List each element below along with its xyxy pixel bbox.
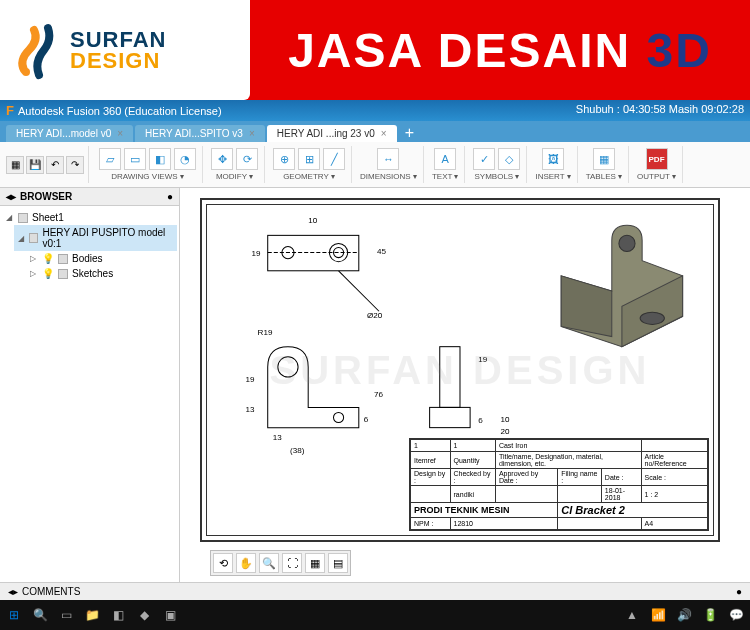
svg-point-11 xyxy=(278,357,298,377)
browser-header[interactable]: ◂▸BROWSER● xyxy=(0,188,179,206)
app-icon[interactable]: ▣ xyxy=(160,605,180,625)
svg-text:10: 10 xyxy=(500,415,509,424)
battery-icon[interactable]: 🔋 xyxy=(700,605,720,625)
comments-panel[interactable]: ◂▸COMMENTS● xyxy=(0,582,750,600)
svg-text:R19: R19 xyxy=(258,328,273,337)
rotate-icon[interactable]: ⟳ xyxy=(236,148,258,170)
taskview-icon[interactable]: ▭ xyxy=(56,605,76,625)
notification-icon[interactable]: 💬 xyxy=(726,605,746,625)
tab-drawing-23[interactable]: HERY ADI ...ing 23 v0× xyxy=(267,125,397,142)
promo-banner: SURFAN DESIGN JASA DESAIN 3D xyxy=(0,0,750,100)
save-button[interactable]: 💾 xyxy=(26,156,44,174)
volume-icon[interactable]: 🔊 xyxy=(674,605,694,625)
pdf-icon[interactable]: PDF xyxy=(646,148,668,170)
fit-icon[interactable]: ⛶ xyxy=(282,553,302,573)
ribbon-group-output: PDF OUTPUT ▾ xyxy=(631,146,683,183)
ribbon-group-modify: ✥ ⟳ MODIFY ▾ xyxy=(205,146,265,183)
tree-sketches[interactable]: ▷💡 Sketches xyxy=(26,266,177,281)
ribbon-group-symbols: ✓ ◇ SYMBOLS ▾ xyxy=(467,146,527,183)
app-icon[interactable]: ◧ xyxy=(108,605,128,625)
datum-icon[interactable]: ◇ xyxy=(498,148,520,170)
svg-text:76: 76 xyxy=(374,390,383,399)
explorer-icon[interactable]: 📁 xyxy=(82,605,102,625)
browser-panel: ◂▸BROWSER● ◢ Sheet1 ◢ HERY ADI PUSPITO m… xyxy=(0,188,180,582)
svg-point-27 xyxy=(619,235,635,251)
ribbon: ▦ 💾 ↶ ↷ ▱ ▭ ◧ ◔ DRAWING VIEWS ▾ ✥ ⟳ MO xyxy=(0,142,750,188)
svg-point-26 xyxy=(640,312,664,324)
display-icon[interactable]: ▦ xyxy=(305,553,325,573)
navigation-toolbar: ⟲ ✋ 🔍 ⛶ ▦ ▤ xyxy=(210,550,351,576)
ribbon-group-views: ▱ ▭ ◧ ◔ DRAWING VIEWS ▾ xyxy=(93,146,203,183)
ribbon-group-tables: ▦ TABLES ▾ xyxy=(580,146,629,183)
close-icon[interactable]: × xyxy=(381,128,387,139)
svg-text:10: 10 xyxy=(308,216,317,225)
table-icon[interactable]: ▦ xyxy=(593,148,615,170)
svg-text:Ø20: Ø20 xyxy=(367,311,383,320)
tree-sheet[interactable]: ◢ Sheet1 xyxy=(2,210,177,225)
ribbon-group-geometry: ⊕ ⊞ ╱ GEOMETRY ▾ xyxy=(267,146,352,183)
document-tabs: HERY ADI...model v0× HERY ADI...SPITO v3… xyxy=(0,121,750,142)
tree-model[interactable]: ◢ HERY ADI PUSPITO model v0:1 xyxy=(14,225,177,251)
app-icon[interactable]: ◆ xyxy=(134,605,154,625)
grid-icon[interactable]: ▤ xyxy=(328,553,348,573)
file-menu-button[interactable]: ▦ xyxy=(6,156,24,174)
logo-text-line2: DESIGN xyxy=(70,48,166,74)
svg-text:13: 13 xyxy=(273,433,282,442)
titlebar-status: Shubuh : 04:30:58 Masih 09:02:28 xyxy=(576,103,744,118)
tab-spito-v3[interactable]: HERY ADI...SPITO v3× xyxy=(135,125,265,142)
ribbon-group-dimensions: ↔ DIMENSIONS ▾ xyxy=(354,146,424,183)
drawing-canvas[interactable]: 10 19 45 Ø20 R19 19 13 (38) xyxy=(180,188,750,582)
fusion360-window: F Autodesk Fusion 360 (Education License… xyxy=(0,100,750,600)
start-button[interactable]: ⊞ xyxy=(4,605,24,625)
svg-rect-20 xyxy=(440,347,460,408)
detail-view-icon[interactable]: ◔ xyxy=(174,148,196,170)
text-icon[interactable]: A xyxy=(434,148,456,170)
zoom-icon[interactable]: 🔍 xyxy=(259,553,279,573)
centermark-icon[interactable]: ⊞ xyxy=(298,148,320,170)
svg-text:19: 19 xyxy=(252,249,261,258)
tree-bodies[interactable]: ▷💡 Bodies xyxy=(26,251,177,266)
surface-icon[interactable]: ✓ xyxy=(473,148,495,170)
undo-button[interactable]: ↶ xyxy=(46,156,64,174)
redo-button[interactable]: ↷ xyxy=(66,156,84,174)
tab-model-v0[interactable]: HERY ADI...model v0× xyxy=(6,125,133,142)
svg-point-0 xyxy=(22,68,30,76)
section-view-icon[interactable]: ◧ xyxy=(149,148,171,170)
search-icon[interactable]: 🔍 xyxy=(30,605,50,625)
dimension-icon[interactable]: ↔ xyxy=(377,148,399,170)
banner-title: JASA DESAIN 3D xyxy=(250,0,750,100)
title-block: 11Cast Iron ItemrefQuantityTitle/name, D… xyxy=(409,438,709,531)
projected-view-icon[interactable]: ▭ xyxy=(124,148,146,170)
svg-text:6: 6 xyxy=(364,415,369,424)
new-tab-button[interactable]: + xyxy=(399,124,420,142)
orbit-icon[interactable]: ⟲ xyxy=(213,553,233,573)
windows-taskbar: ⊞ 🔍 ▭ 📁 ◧ ◆ ▣ ▲ 📶 🔊 🔋 💬 xyxy=(0,600,750,630)
svg-text:45: 45 xyxy=(377,247,386,256)
close-icon[interactable]: × xyxy=(117,128,123,139)
svg-text:6: 6 xyxy=(478,416,483,425)
network-icon[interactable]: 📶 xyxy=(648,605,668,625)
ribbon-group-insert: 🖼 INSERT ▾ xyxy=(529,146,577,183)
close-icon[interactable]: × xyxy=(249,128,255,139)
bulb-icon[interactable]: 💡 xyxy=(42,253,54,264)
component-icon xyxy=(29,233,38,243)
image-icon[interactable]: 🖼 xyxy=(542,148,564,170)
pan-icon[interactable]: ✋ xyxy=(236,553,256,573)
base-view-icon[interactable]: ▱ xyxy=(99,148,121,170)
svg-text:19: 19 xyxy=(245,375,254,384)
sheet-icon xyxy=(18,213,28,223)
logo-mark-icon xyxy=(14,20,64,80)
folder-icon xyxy=(58,254,68,264)
edge-icon[interactable]: ╱ xyxy=(323,148,345,170)
drawing-sheet: 10 19 45 Ø20 R19 19 13 (38) xyxy=(200,198,720,542)
window-title: Autodesk Fusion 360 (Education License) xyxy=(18,105,222,117)
svg-text:13: 13 xyxy=(245,405,254,414)
centerline-icon[interactable]: ⊕ xyxy=(273,148,295,170)
ribbon-group-text: A TEXT ▾ xyxy=(426,146,466,183)
folder-icon xyxy=(58,269,68,279)
bulb-icon[interactable]: 💡 xyxy=(42,268,54,279)
move-icon[interactable]: ✥ xyxy=(211,148,233,170)
tray-icon[interactable]: ▲ xyxy=(622,605,642,625)
quick-access-toolbar: ▦ 💾 ↶ ↷ xyxy=(6,146,89,183)
svg-text:(38): (38) xyxy=(290,446,305,455)
